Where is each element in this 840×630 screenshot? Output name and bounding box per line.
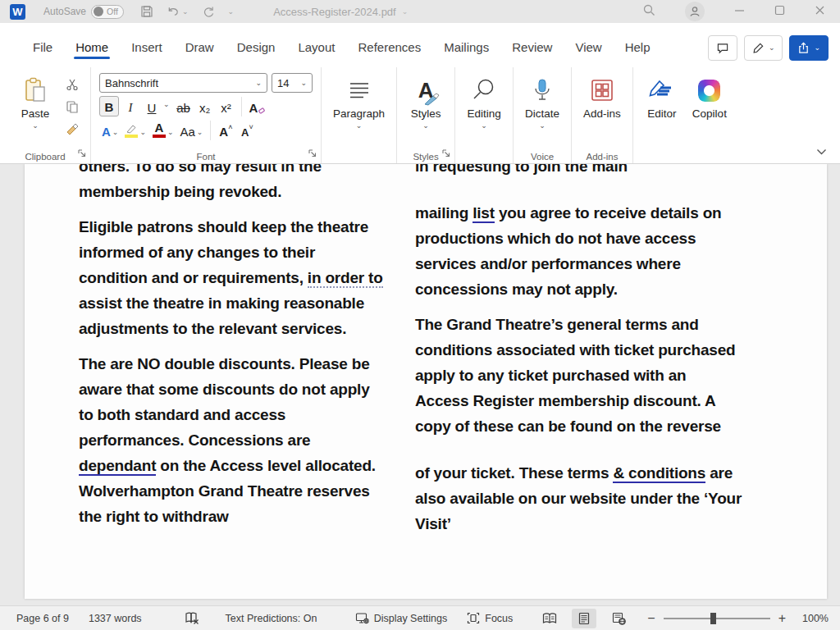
display-settings-button[interactable]: Display Settings bbox=[345, 612, 458, 624]
tab-design[interactable]: Design bbox=[226, 34, 287, 62]
grow-font-button[interactable]: A˄ bbox=[216, 120, 235, 140]
strikethrough-button[interactable]: ab bbox=[174, 96, 194, 116]
copilot-button[interactable]: Copilot bbox=[686, 73, 733, 148]
account-avatar[interactable] bbox=[685, 2, 705, 21]
editor-button[interactable]: Editor bbox=[638, 73, 686, 148]
zoom-slider[interactable] bbox=[664, 618, 770, 619]
zoom-percentage[interactable]: 100% bbox=[794, 613, 829, 624]
text-run: The are NO double discounts. Please be a… bbox=[79, 355, 370, 449]
copilot-icon bbox=[698, 76, 720, 104]
document-area[interactable]: others. To do so may result in the membe… bbox=[0, 164, 840, 605]
editing-mode-button[interactable]: ⌄ bbox=[744, 35, 783, 61]
redo-icon[interactable] bbox=[202, 6, 215, 18]
format-painter-icon[interactable] bbox=[62, 119, 82, 139]
highlight-swatch bbox=[125, 135, 138, 138]
document-page[interactable]: others. To do so may result in the membe… bbox=[25, 164, 827, 599]
qat-more-icon[interactable]: ⌄ bbox=[228, 8, 235, 16]
tab-view[interactable]: View bbox=[564, 34, 613, 62]
maximize-button[interactable] bbox=[774, 4, 785, 19]
document-column-right[interactable]: in requesting to join the mainmailing li… bbox=[415, 164, 743, 599]
share-button[interactable]: ⌄ bbox=[789, 35, 829, 61]
addins-group-label: Add-ins bbox=[572, 152, 632, 162]
editing-button[interactable]: Editing ⌄ bbox=[460, 73, 508, 148]
paragraph-button[interactable]: Paragraph ⌄ bbox=[326, 73, 391, 148]
web-layout-icon[interactable] bbox=[606, 609, 631, 628]
toggle-knob-icon bbox=[94, 7, 103, 16]
styles-group: A Styles ⌄ Styles bbox=[397, 67, 455, 163]
styles-dialog-launcher-icon[interactable] bbox=[442, 146, 450, 161]
flagged-text: & conditions bbox=[613, 464, 705, 483]
chevron-down-icon: ⌄ bbox=[167, 129, 174, 136]
paste-button[interactable]: Paste ⌄ bbox=[11, 73, 59, 148]
editor-label: Editor bbox=[647, 107, 676, 120]
word-app-icon: W bbox=[10, 4, 25, 20]
word-count[interactable]: 1337 words bbox=[79, 606, 152, 630]
highlight-color-button[interactable]: ⌄ bbox=[122, 120, 148, 140]
tab-home[interactable]: Home bbox=[64, 34, 120, 62]
font-color-label: A bbox=[155, 121, 164, 134]
addins-label: Add-ins bbox=[583, 107, 621, 120]
text-effects-button[interactable]: A ⌄ bbox=[99, 120, 121, 140]
copy-icon[interactable] bbox=[62, 97, 82, 116]
zoom-in-button[interactable]: + bbox=[778, 611, 786, 626]
editor-group: Editor Copilot bbox=[633, 67, 738, 163]
autosave-toggle[interactable]: Off bbox=[91, 5, 124, 19]
print-layout-icon[interactable] bbox=[572, 609, 596, 628]
focus-button[interactable]: Focus bbox=[457, 612, 523, 624]
proofing-errors-icon[interactable] bbox=[175, 606, 209, 630]
font-size-select[interactable]: 14 ⌄ bbox=[272, 73, 313, 93]
search-icon[interactable] bbox=[643, 4, 655, 20]
bold-button[interactable]: B bbox=[99, 96, 119, 116]
zoom-out-button[interactable]: − bbox=[647, 611, 655, 626]
collapse-ribbon-icon[interactable] bbox=[816, 144, 827, 158]
zoom-slider-thumb[interactable] bbox=[710, 613, 716, 624]
dictate-button[interactable]: Dictate ⌄ bbox=[518, 73, 566, 148]
font-name-select[interactable]: Bahnschrift ⌄ bbox=[99, 73, 267, 93]
addins-button[interactable]: Add-ins bbox=[577, 73, 628, 148]
editing-group: Editing ⌄ bbox=[455, 67, 514, 163]
tab-insert[interactable]: Insert bbox=[120, 34, 174, 62]
zoom-control: − + 100% bbox=[647, 611, 829, 626]
paste-clipboard-icon bbox=[23, 76, 48, 104]
paragraph: others. To do so may result in the membe… bbox=[79, 164, 384, 204]
font-color-swatch bbox=[153, 135, 166, 138]
minimize-button[interactable] bbox=[734, 4, 745, 19]
tab-draw[interactable]: Draw bbox=[174, 34, 226, 62]
underline-button[interactable]: U bbox=[142, 96, 162, 116]
subscript-button[interactable]: x₂ bbox=[195, 96, 215, 116]
comments-button[interactable] bbox=[708, 35, 737, 61]
tabbar-actions: ⌄ ⌄ bbox=[708, 35, 829, 61]
tab-file[interactable]: File bbox=[21, 34, 64, 62]
close-button[interactable] bbox=[815, 4, 825, 19]
clipboard-dialog-launcher-icon[interactable] bbox=[78, 146, 86, 161]
focus-text: Focus bbox=[485, 613, 513, 624]
tab-layout[interactable]: Layout bbox=[286, 34, 346, 62]
undo-icon[interactable]: ⌄ bbox=[167, 6, 189, 18]
superscript-button[interactable]: x² bbox=[217, 96, 236, 116]
styles-icon: A bbox=[418, 76, 434, 104]
display-settings-text: Display Settings bbox=[374, 613, 448, 624]
document-column-left[interactable]: others. To do so may result in the membe… bbox=[79, 164, 384, 599]
tab-references[interactable]: References bbox=[346, 34, 432, 62]
font-dialog-launcher-icon[interactable] bbox=[308, 146, 317, 161]
tab-help[interactable]: Help bbox=[614, 34, 662, 62]
font-color-button[interactable]: A ⌄ bbox=[150, 120, 176, 140]
cut-icon[interactable] bbox=[62, 75, 82, 94]
autosave-state: Off bbox=[107, 7, 118, 16]
save-icon[interactable] bbox=[140, 5, 153, 18]
text-effects-label: A bbox=[102, 126, 111, 138]
tab-mailings[interactable]: Mailings bbox=[432, 34, 500, 62]
text-run: The Grand Theatre’s general terms and co… bbox=[415, 316, 736, 435]
autosave-control[interactable]: AutoSave Off bbox=[43, 5, 124, 19]
page-indicator[interactable]: Page 6 of 9 bbox=[16, 606, 79, 630]
styles-button[interactable]: A Styles ⌄ bbox=[402, 73, 450, 148]
italic-button[interactable]: I bbox=[121, 96, 140, 116]
chevron-down-icon[interactable]: ⌄ bbox=[163, 101, 170, 108]
change-case-button[interactable]: Aa ⌄ bbox=[177, 120, 205, 140]
clear-formatting-button[interactable]: A bbox=[247, 96, 269, 116]
read-mode-icon[interactable] bbox=[537, 609, 562, 628]
tab-review[interactable]: Review bbox=[500, 34, 564, 62]
document-title[interactable]: Access-Register-2024.pdf ⌄ bbox=[273, 6, 408, 18]
text-predictions[interactable]: Text Predictions: On bbox=[216, 606, 327, 630]
shrink-font-button[interactable]: A˅ bbox=[237, 120, 257, 140]
